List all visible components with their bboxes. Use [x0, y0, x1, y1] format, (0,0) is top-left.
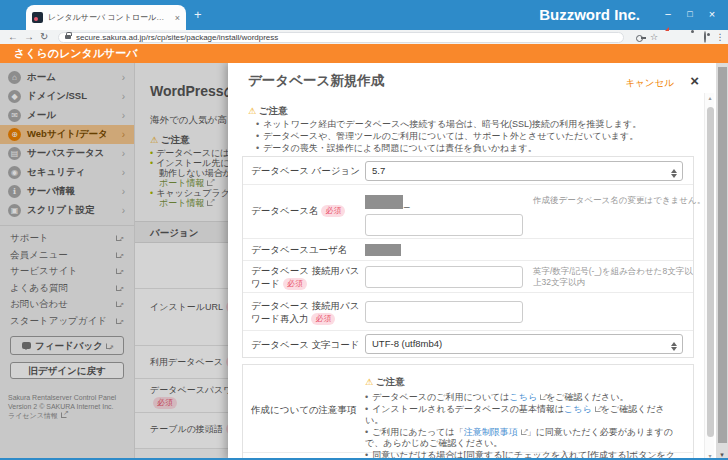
db-create-form: データベース バージョン 5.7 データベース名必須 _ 作成後データベース名の…	[242, 156, 694, 358]
tab-title: レンタルサーバ コントロールパネル	[48, 12, 171, 23]
cancel-button[interactable]: キャンセル	[625, 77, 674, 90]
kochira-link[interactable]: こちら	[509, 392, 537, 402]
modal-notice-title: ⚠ご注意	[248, 105, 288, 118]
password-key-icon[interactable]	[630, 32, 642, 43]
form-row-version: データベース バージョン 5.7	[243, 157, 693, 185]
select-arrow-icon	[670, 339, 677, 354]
external-link-icon	[595, 406, 601, 412]
modal-scrollbar-thumb[interactable]	[707, 107, 714, 437]
db-name-note: 作成後データベース名の変更はできません。	[533, 195, 711, 238]
page-scrollbar-thumb[interactable]	[718, 67, 727, 443]
modal-title: データベース新規作成	[248, 72, 384, 90]
db-name-input[interactable]	[365, 214, 523, 236]
https-lock-icon	[65, 35, 71, 39]
kochira-link[interactable]: こちら	[564, 404, 592, 414]
address-bar[interactable]: secure.sakura.ad.jp/rs/cp/sites/package/…	[58, 32, 624, 43]
notes-item: ご利用にあたっては「注意制限事項」に同意いただく必要がありますので、あらかじめご…	[365, 427, 677, 450]
scroll-up-icon[interactable]: ▴	[705, 94, 715, 101]
back-icon[interactable]: ←	[8, 30, 18, 44]
tab-close-icon[interactable]: ×	[175, 13, 180, 23]
browser-window: レンタルサーバ コントロールパネル × + Buzzword Inc. – □ …	[0, 0, 728, 460]
redacted-db-prefix	[365, 195, 403, 209]
app-header-title: さくらのレンタルサーバ	[0, 44, 728, 63]
app-header: さくらのレンタルサーバ	[0, 44, 728, 63]
form-row-password-confirm: データベース 接続用パスワード再入力必須	[243, 293, 693, 331]
url-text: secure.sakura.ad.jp/rs/cp/sites/package/…	[76, 33, 278, 42]
warning-icon: ⚠	[248, 106, 256, 116]
screenshot-extension-icon[interactable]	[664, 32, 676, 43]
modal-database-create: データベース新規作成 キャンセル × ⚠ご注意 ネットワーク経由でデータベースへ…	[228, 63, 716, 460]
page-body: ⌂ ホーム › ◆ ドメイン/SSL › ✉ メール › ⊕ Webサイト/デー…	[0, 63, 716, 460]
browser-titlebar: レンタルサーバ コントロールパネル × + Buzzword Inc. – □ …	[0, 0, 728, 30]
required-badge: 必須	[283, 278, 307, 290]
notes-item: データベースのご利用についてはこちらをご確認ください。	[365, 392, 677, 404]
browser-toolbar: ← → ↻ secure.sakura.ad.jp/rs/cp/sites/pa…	[0, 30, 728, 44]
form-row-charset: データベース 文字コード UTF-8 (utf8mb4)	[243, 331, 693, 357]
maximize-button[interactable]: □	[680, 0, 700, 30]
bookmark-star-icon[interactable]: ☆	[648, 32, 660, 43]
db-password-confirm-input[interactable]	[365, 301, 523, 323]
modal-notice-list: ネットワーク経由でデータベースへ接続する場合は、暗号化(SSL)接続の利用を推奨…	[256, 118, 641, 154]
form-row-db-name: データベース名必須 _ 作成後データベース名の変更はできません。	[243, 185, 693, 239]
form-row-password: データベース 接続用パスワード必須 英字/数字/記号(-_)を組み合わせた8文字…	[243, 261, 693, 293]
required-badge: 必須	[321, 205, 345, 217]
form-row-creation-notes: 作成についての注意事項 ⚠ご注意 データベースのご利用についてはこちらをご確認く…	[243, 365, 693, 453]
modal-scrollbar[interactable]: ▴ ▾	[704, 93, 714, 460]
select-arrow-icon	[670, 166, 677, 181]
external-link-icon	[540, 394, 546, 400]
warning-icon: ⚠	[365, 377, 373, 387]
browser-tab[interactable]: レンタルサーバ コントロールパネル ×	[26, 5, 186, 30]
window-title: Buzzword Inc.	[539, 0, 640, 30]
external-link-icon	[521, 429, 527, 435]
profile-icon[interactable]	[699, 32, 711, 43]
forward-icon[interactable]: →	[24, 30, 34, 44]
extensions-icon[interactable]	[682, 32, 694, 43]
close-icon[interactable]: ×	[690, 72, 699, 89]
password-note: 英字/数字/記号(-_)を組み合わせた8文字以上32文字以内	[533, 266, 701, 288]
restrictions-link[interactable]: 注意制限事項	[464, 427, 518, 437]
notes-item: インストールされるデータベースの基本情報はこちらをご確認ください。	[365, 404, 677, 427]
required-badge: 必須	[311, 313, 335, 325]
new-tab-button[interactable]: +	[194, 4, 202, 26]
form-row-db-user: データベースユーザ名	[243, 239, 693, 261]
minimize-button[interactable]: –	[658, 0, 678, 30]
notes-notice-title: ⚠ご注意	[365, 376, 683, 389]
creation-notes-section: 作成についての注意事項 ⚠ご注意 データベースのご利用についてはこちらをご確認く…	[242, 364, 694, 460]
reload-icon[interactable]: ↻	[40, 30, 48, 44]
window-close-button[interactable]: ×	[702, 0, 722, 30]
db-version-select[interactable]: 5.7	[365, 161, 683, 181]
db-password-input[interactable]	[365, 266, 523, 288]
redacted-db-user	[365, 244, 401, 256]
charset-select[interactable]: UTF-8 (utf8mb4)	[365, 334, 683, 354]
page-scrollbar[interactable]: ▾	[716, 63, 728, 460]
browser-menu-icon[interactable]: ⋮	[714, 32, 726, 43]
site-favicon	[32, 12, 43, 23]
